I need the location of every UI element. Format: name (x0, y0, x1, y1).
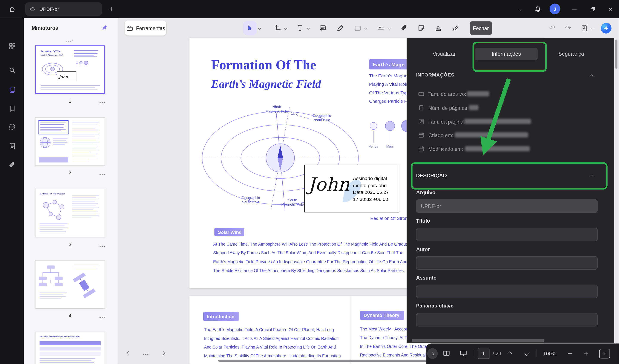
titulo-input[interactable] (416, 228, 598, 241)
autor-input[interactable] (416, 256, 598, 269)
description-section-collapse[interactable] (587, 173, 595, 180)
svg-text:Evidence For The Theories: Evidence For The Theories (39, 192, 65, 195)
horizontal-scrollbar[interactable] (218, 360, 428, 362)
palavras-chave-input[interactable] (416, 313, 598, 326)
snapshot-dropdown[interactable] (590, 25, 594, 31)
prev-page-button[interactable] (124, 348, 133, 358)
redo-button[interactable]: ↷ (563, 23, 573, 33)
page-thumbnail-2[interactable] (35, 117, 105, 166)
next-page-button[interactable] (158, 348, 168, 358)
thumbnail-4-menu[interactable] (98, 313, 107, 319)
collapse-panel-button[interactable] (427, 348, 438, 359)
svg-text:Magnetic Pole: Magnetic Pole (281, 202, 304, 207)
shapes-tool-dropdown[interactable] (364, 25, 368, 31)
snapshot-button[interactable] (579, 23, 589, 33)
next-page-button-status[interactable] (522, 349, 531, 358)
shapes-tool-button[interactable] (353, 23, 362, 33)
doc-title-line1: Formation Of The (211, 57, 316, 73)
ai-sparkle-icon (601, 23, 612, 34)
undo-button[interactable]: ↶ (547, 23, 558, 33)
info-section-collapse[interactable] (587, 73, 595, 79)
user-avatar[interactable]: J (549, 4, 560, 14)
right-column-line: The Earth’s Magnet (369, 73, 408, 78)
sidebar-item-thumbnails[interactable] (5, 83, 19, 97)
ferramentas-button[interactable]: Ferramentas (125, 21, 166, 36)
page-number-input[interactable] (478, 348, 489, 359)
text-tool-dropdown[interactable] (306, 25, 310, 31)
attachment-tool-button[interactable] (400, 23, 409, 33)
select-tool-button[interactable] (243, 21, 256, 35)
chevron-left-icon (126, 351, 130, 355)
minimize-button[interactable] (568, 4, 582, 14)
thumbnail-2-menu[interactable] (98, 170, 107, 176)
home-button[interactable] (4, 2, 20, 16)
previous-page-button[interactable] (505, 349, 514, 358)
sidebar-item-comments[interactable] (5, 120, 19, 134)
fit-label: 1:1 (602, 352, 607, 356)
comment-icon (8, 123, 16, 131)
measure-tool-dropdown[interactable] (387, 25, 392, 31)
more-pages-button[interactable] (141, 348, 150, 358)
dynamo-theory-label: Dynamo Theory (360, 311, 404, 320)
chevron-right-icon (431, 352, 434, 355)
thumbnail-3-menu[interactable] (98, 241, 107, 248)
signature-tool-button[interactable] (451, 23, 460, 33)
presentation-button[interactable] (459, 349, 468, 358)
tab-informacoes[interactable]: Informações (475, 48, 538, 60)
close-button[interactable] (603, 4, 617, 14)
zoom-out-button[interactable] (565, 349, 575, 358)
toolbox-icon (126, 24, 133, 32)
crop-tool-button[interactable] (273, 23, 282, 33)
bell-icon (534, 5, 541, 13)
page-size-icon (418, 118, 425, 125)
panel-horizontal-scrollbar[interactable] (412, 339, 544, 342)
page-thumbnail-5[interactable]: Satellite Communications And Power Grids (35, 332, 105, 364)
select-tool-dropdown[interactable] (257, 25, 262, 31)
thumbnail-5-preview: Satellite Communications And Power Grids (35, 332, 104, 364)
tab-seguranca[interactable]: Segurança (546, 48, 597, 60)
panel-drag-handle[interactable] (66, 37, 76, 40)
digital-signature-box[interactable]: John Assinado digital mente por:John Dat… (304, 165, 399, 212)
sidebar-item-home-grid[interactable] (5, 39, 19, 53)
restore-button[interactable] (586, 4, 600, 14)
page-thumbnail-1[interactable]: Formation Of The Earth’s Magnetic Field … (35, 45, 105, 94)
new-tab-button[interactable] (107, 5, 116, 13)
sticker-tool-button[interactable] (417, 23, 426, 33)
ai-assistant-button[interactable] (601, 23, 612, 34)
pen-tool-button[interactable] (336, 23, 345, 33)
home-icon (8, 5, 16, 13)
vertical-scrollbar[interactable] (615, 40, 618, 69)
redo-icon: ↷ (565, 24, 571, 32)
document-tab[interactable]: UPDF-br (25, 2, 102, 16)
field-label-arquivo: Arquivo (416, 190, 436, 196)
notifications-button[interactable] (532, 4, 543, 14)
sidebar-item-search[interactable] (5, 63, 19, 77)
tab-visualizar[interactable]: Visualizar (419, 48, 470, 60)
page-thumbnail-4[interactable] (35, 260, 105, 309)
updf-window: UPDF-br J (0, 0, 619, 364)
pages-icon (8, 86, 16, 94)
titlebar-dropdown-button[interactable] (515, 4, 526, 14)
sidebar-item-attachments[interactable] (5, 158, 19, 172)
thumbnail-1-menu[interactable] (98, 98, 107, 104)
fit-page-button[interactable]: 1:1 (599, 349, 610, 358)
page-thumbnail-3[interactable]: Evidence For The Theories (35, 189, 105, 237)
fechar-button[interactable]: Fechar (470, 21, 492, 35)
pin-panel-button[interactable] (99, 23, 109, 33)
comment-tool-button[interactable] (318, 23, 328, 33)
zoom-in-button[interactable] (581, 349, 591, 358)
stamp-tool-button[interactable] (434, 23, 443, 33)
arquivo-input[interactable] (416, 199, 598, 213)
reading-mode-button[interactable] (442, 349, 451, 358)
text-tool-button[interactable] (295, 23, 305, 33)
chevron-down-icon (364, 27, 367, 29)
pin-icon (100, 24, 108, 32)
measure-tool-button[interactable] (376, 23, 386, 33)
signature-icon (451, 24, 460, 32)
sidebar-item-document[interactable] (5, 139, 19, 153)
assunto-input[interactable] (416, 285, 598, 298)
crop-tool-dropdown[interactable] (283, 25, 288, 31)
sidebar-item-bookmarks[interactable] (5, 101, 19, 116)
thumbnail-4-preview (35, 261, 104, 308)
updf-logo[interactable] (5, 363, 19, 364)
